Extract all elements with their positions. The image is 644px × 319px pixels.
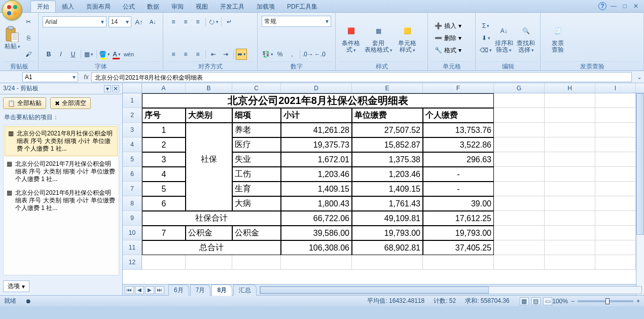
col-header-I[interactable]: I [595, 83, 636, 93]
tab-视图[interactable]: 视图 [190, 1, 214, 12]
cell[interactable] [595, 137, 636, 152]
cell[interactable] [595, 167, 636, 182]
cell[interactable] [494, 167, 545, 182]
underline-icon[interactable]: U [67, 49, 79, 60]
view-pagebreak-icon[interactable]: ▭ [543, 297, 552, 305]
align-top-icon[interactable]: ≡ [168, 16, 179, 27]
cell[interactable]: 1,203.46 [281, 167, 352, 182]
cell[interactable] [545, 226, 595, 240]
cell[interactable]: 大病 [232, 196, 281, 211]
find-select-button[interactable]: 🔍查找和 选择 [515, 15, 538, 61]
cell[interactable] [494, 226, 545, 240]
cell[interactable]: 3 [142, 152, 186, 167]
cell[interactable]: 生育 [232, 182, 281, 196]
cell[interactable] [423, 255, 494, 270]
delete-cells-button[interactable]: ➖删除▾ [432, 32, 471, 44]
row-header[interactable]: 2 [123, 108, 142, 123]
cell[interactable] [186, 123, 232, 137]
select-all-corner[interactable] [123, 83, 142, 93]
close-icon[interactable]: ✕ [632, 2, 640, 10]
cell[interactable] [186, 167, 232, 182]
tab-数据[interactable]: 数据 [141, 1, 165, 12]
formula-expand-icon[interactable]: ⌄ [635, 74, 644, 81]
macro-record-icon[interactable]: ⏺ [25, 298, 31, 305]
cell[interactable]: 1,761.43 [352, 196, 423, 211]
help-icon[interactable]: ? [598, 2, 606, 10]
horizontal-scrollbar[interactable] [260, 286, 642, 294]
cell[interactable]: 66,722.06 [281, 211, 352, 226]
cell[interactable] [142, 255, 186, 270]
tab-开发工具[interactable]: 开发工具 [214, 1, 251, 12]
cell[interactable] [545, 123, 595, 137]
cell[interactable] [494, 93, 545, 108]
cell[interactable]: 5 [142, 182, 186, 196]
clipboard-close-icon[interactable]: ✕ [112, 85, 119, 92]
row-header[interactable]: 7 [123, 182, 142, 196]
tab-nav-next-icon[interactable]: ▶ [145, 286, 154, 294]
tab-页面布局[interactable]: 页面布局 [80, 1, 117, 12]
zoom-in-icon[interactable]: + [636, 298, 640, 305]
cell[interactable] [595, 240, 636, 255]
align-center-icon[interactable]: ≡ [180, 49, 191, 60]
tab-插入[interactable]: 插入 [56, 1, 80, 12]
cell[interactable] [595, 226, 636, 240]
minimize-icon[interactable]: — [610, 2, 618, 10]
cell[interactable] [545, 196, 595, 211]
col-header-E[interactable]: E [352, 83, 423, 93]
cell[interactable]: 养老 [232, 123, 281, 137]
cell[interactable] [494, 108, 545, 123]
cell[interactable]: 19,375.73 [281, 137, 352, 152]
clipboard-item[interactable]: ▦北京分公司2021年6月社保公积金明细表 序号 大类别 细项 小计 单位缴费 … [4, 186, 119, 215]
col-header-H[interactable]: H [545, 83, 595, 93]
cell[interactable]: - [423, 182, 494, 196]
cell[interactable] [281, 255, 352, 270]
cell[interactable]: 39,586.00 [281, 226, 352, 240]
cell[interactable] [595, 123, 636, 137]
cell-style-button[interactable]: 🟨单元格 样式 [393, 15, 421, 61]
cell[interactable] [232, 255, 281, 270]
row-header[interactable]: 1 [123, 93, 142, 108]
cell[interactable]: 13,753.76 [423, 123, 494, 137]
cell[interactable] [494, 137, 545, 152]
cell[interactable]: 296.63 [423, 152, 494, 167]
col-header-F[interactable]: F [423, 83, 494, 93]
format-painter-icon[interactable]: 🖌 [23, 49, 34, 60]
cell[interactable] [545, 108, 595, 123]
cell[interactable]: 序号 [142, 108, 186, 123]
fill-color-icon[interactable]: 🪣 [99, 49, 110, 60]
cell[interactable] [595, 196, 636, 211]
cell[interactable]: 医疗 [232, 137, 281, 152]
clear-icon[interactable]: ⌫ [480, 45, 491, 56]
cell[interactable]: 小计 [281, 108, 352, 123]
accounting-icon[interactable]: 💱 [262, 49, 273, 60]
sort-filter-button[interactable]: A↓排序和 筛选 [493, 15, 515, 61]
row-header[interactable]: 9 [123, 211, 142, 226]
row-header[interactable]: 8 [123, 196, 142, 211]
cell[interactable] [494, 182, 545, 196]
tab-公式[interactable]: 公式 [117, 1, 141, 12]
cell[interactable] [494, 152, 545, 167]
vertical-scrollbar[interactable] [636, 93, 644, 295]
tab-审阅[interactable]: 审阅 [165, 1, 190, 12]
grow-font-icon[interactable]: A↑ [134, 16, 145, 27]
cell[interactable]: 细项 [232, 108, 281, 123]
cell[interactable] [494, 123, 545, 137]
view-normal-icon[interactable]: ▦ [520, 297, 529, 305]
clipboard-item[interactable]: ▦北京分公司2021年7月社保公积金明细表 序号 大类别 细项 小计 单位缴费 … [4, 157, 119, 186]
cut-icon[interactable]: ✂ [23, 16, 34, 27]
cell[interactable] [186, 182, 232, 196]
cell[interactable] [494, 211, 545, 226]
align-middle-icon[interactable]: ≡ [180, 16, 191, 27]
cell[interactable] [186, 196, 232, 211]
cell[interactable]: 68,902.81 [352, 240, 423, 255]
paste-all-button[interactable]: 📋全部粘贴 [3, 97, 46, 109]
fx-icon[interactable]: fx [81, 74, 91, 81]
clipboard-options-button[interactable]: 选项▾ [3, 280, 29, 292]
cell[interactable] [595, 182, 636, 196]
dec-decimal-icon[interactable]: ←.0 [314, 49, 326, 60]
col-header-B[interactable]: B [186, 83, 232, 93]
align-left-icon[interactable]: ≡ [168, 49, 179, 60]
cell[interactable]: 19,793.00 [423, 226, 494, 240]
zoom-slider[interactable] [578, 300, 633, 302]
cell[interactable]: 单位缴费 [352, 108, 423, 123]
